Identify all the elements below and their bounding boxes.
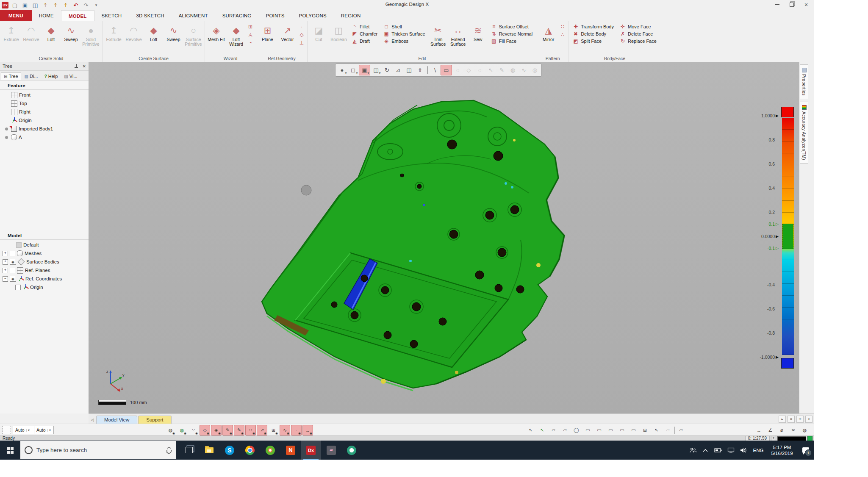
selection-mode-icon[interactable] (3, 426, 11, 434)
region-visibility-icon[interactable]: ◍ ◉ (177, 425, 187, 435)
tree-item[interactable]: Meshes (0, 249, 89, 258)
file-explorer-icon[interactable] (199, 441, 219, 460)
sphere-select-icon[interactable]: ◍ ▼ (507, 65, 518, 75)
ribbon-button[interactable]: ↗ Vector (277, 22, 297, 55)
dropdown-caret-icon[interactable]: ▼ (378, 72, 381, 75)
taskbar-clock[interactable]: 5:17 PM 5/16/2019 (767, 444, 797, 456)
select-locked-filter-icon[interactable]: ▱ (663, 425, 673, 435)
viewport-3d[interactable]: ● ▼ ◻ ▼ ▣ ▼ ◫ ▼ ↻ ▼ ⊿ ▼ ◫ (89, 62, 799, 413)
units-mode-combo[interactable]: Auto ▼ (34, 426, 54, 434)
menu-tab[interactable]: REGION (334, 10, 368, 21)
close-button[interactable]: ✕ (799, 0, 813, 9)
tree-item[interactable]: Right (0, 108, 89, 116)
ribbon-button[interactable]: ◫ Boolean (329, 22, 349, 55)
ribbon-button[interactable]: ▨ Fill Face (489, 37, 535, 44)
plane-visibility-icon[interactable]: ⊞ ◉ (268, 425, 279, 435)
tree-item[interactable]: Ref. Planes (0, 266, 89, 275)
tab-menu-icon[interactable]: ▾ (805, 416, 813, 423)
lasso-select-icon[interactable]: ∿ ▼ (519, 65, 529, 75)
visibility-toggle[interactable] (10, 276, 16, 282)
ribbon-button[interactable]: ↔ Extend Surface (448, 22, 468, 55)
ribbon-button[interactable]: ◮ Mirror (538, 22, 558, 55)
ribbon-button[interactable]: ◔ (246, 39, 255, 47)
tree-item[interactable]: Top (0, 99, 89, 108)
rotate-view-icon[interactable]: ↻ ▼ (382, 65, 392, 75)
panel-close-icon[interactable]: ✕ (83, 64, 86, 69)
solid-view-icon[interactable]: ◻ ▼ (348, 65, 358, 75)
measure-distance-icon[interactable]: ↔ (754, 425, 764, 435)
select-loop-filter-icon[interactable]: ▱ (560, 425, 570, 435)
action-center-icon[interactable]: 1 (797, 441, 814, 460)
ribbon-button[interactable]: ● Solid Primitive (81, 22, 101, 55)
body-visibility-icon[interactable]: ◇ ◉ (200, 425, 210, 435)
tree-item[interactable]: Ref. Coordinates (0, 275, 89, 283)
ribbon-button[interactable]: ∿ Sweep (164, 22, 183, 55)
scale-marker-arrow[interactable] (776, 354, 780, 361)
select-body-filter-icon[interactable]: ▭ (582, 425, 593, 435)
select-scope-icon[interactable]: ▱ (676, 425, 686, 435)
ribbon-button[interactable]: ◝ Fillet (349, 23, 380, 30)
ribbon-button[interactable]: ✂ Trim Surface (428, 22, 448, 55)
measure-radius-icon[interactable]: ⌀ (776, 425, 787, 435)
select-vertex-filter-icon[interactable]: ▭ (605, 425, 616, 435)
design-x-taskbar-icon[interactable]: Dx (301, 441, 321, 460)
menu-tab[interactable]: POINTS (259, 10, 292, 21)
ribbon-button[interactable]: ▣ Thicken Surface (381, 30, 427, 37)
ribbon-button[interactable]: ◬ (246, 31, 255, 39)
skype-icon[interactable]: S (219, 441, 240, 460)
green-app-icon[interactable] (260, 441, 280, 460)
select-mesh-filter-icon[interactable]: ↖ (537, 425, 547, 435)
people-icon[interactable] (686, 441, 699, 460)
ribbon-button[interactable]: ◆ Loft Wizard (226, 22, 246, 55)
scale-marker-arrow[interactable] (776, 233, 780, 240)
volume-icon[interactable] (737, 441, 750, 460)
minimize-button[interactable] (770, 0, 785, 9)
tab-scroll-left-icon[interactable]: ◁ (89, 416, 96, 424)
menu-tab[interactable]: MENU (0, 10, 32, 21)
select-edge-filter-icon[interactable]: ▭ (594, 425, 605, 435)
ribbon-button[interactable]: □ Shell (381, 23, 427, 30)
tab-close-icon[interactable]: ✕ (788, 416, 795, 423)
network-icon[interactable] (724, 441, 737, 460)
ribbon-button[interactable]: ◆ Loft (41, 22, 61, 55)
expand-toggle[interactable] (3, 242, 8, 247)
panel-tab[interactable]: ▨ Vi... (61, 72, 80, 80)
paint-select-icon[interactable]: ✎ ▼ (496, 65, 507, 75)
dropdown-caret-icon[interactable]: ▼ (344, 72, 347, 75)
menu-tab[interactable]: SURFACING (215, 10, 259, 21)
surface-visibility-icon[interactable]: ◈ ◉ (211, 425, 222, 435)
battery-icon[interactable] (712, 441, 724, 460)
ring-select-icon[interactable]: ◎ ▼ (530, 65, 540, 75)
ribbon-button[interactable]: ✖ Delete Body (571, 30, 616, 37)
restore-button[interactable] (785, 0, 799, 9)
ribbon-button[interactable]: ⊞ (246, 22, 255, 31)
panel-tab[interactable]: ▥ Di... (22, 72, 41, 80)
ribbon-button[interactable]: ✛ Move Face (618, 23, 659, 30)
filter-divider[interactable] (674, 427, 675, 434)
tab-scroll-right-icon[interactable]: ▸ (779, 416, 786, 423)
visibility-toggle[interactable] (10, 259, 16, 265)
ribbon-button[interactable]: ≋ Sew (468, 22, 488, 55)
pointcloud-visibility-icon[interactable]: ⁙ ◉ (188, 425, 199, 435)
visibility-toggle[interactable] (10, 251, 15, 256)
ribbon-button[interactable]: ↥ Extrude (1, 22, 21, 55)
curve-visibility-icon[interactable]: ∿ ◉ (280, 425, 290, 435)
ribbon-button[interactable]: ◆ Loft (144, 22, 164, 55)
nitro-pdf-icon[interactable]: N (280, 441, 301, 460)
app-9-icon[interactable] (341, 441, 362, 460)
ribbon-button[interactable]: ⊞ Plane (258, 22, 277, 55)
point-visibility-icon[interactable]: ∙ ◉ (291, 425, 302, 435)
deviation-view-icon[interactable]: ▣ ▼ (359, 65, 370, 75)
tree-item[interactable]: Front (0, 91, 89, 99)
freehand-select-icon[interactable]: ◌ ▼ (474, 65, 485, 75)
shaded-mesh-view-icon[interactable]: ● ▼ (337, 65, 347, 75)
menu-tab[interactable]: MODEL (61, 10, 94, 21)
tree-item[interactable]: Origin (0, 116, 89, 125)
chrome-icon[interactable] (240, 441, 260, 460)
split-view-icon[interactable]: ◫ ▼ (404, 65, 414, 75)
combo-caret-icon[interactable]: ▼ (26, 429, 31, 432)
deviation-model-3d[interactable] (89, 62, 799, 413)
select-point-filter-icon[interactable]: ↖ (651, 425, 662, 435)
normal-view-icon[interactable]: ⊿ ▼ (393, 65, 403, 75)
circle-select-icon[interactable]: ◌ ▼ (452, 65, 463, 75)
